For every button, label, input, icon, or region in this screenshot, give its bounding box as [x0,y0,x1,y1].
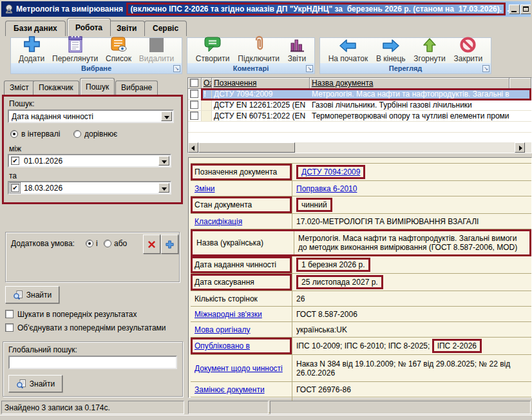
column-header-mark[interactable]: Озн [202,78,212,89]
annotation-box-value: ДСТУ 7094:2009 [296,165,365,179]
column-header-code[interactable]: Позначення [212,78,310,89]
details-row: Мова оригіналу українська:UK [191,322,531,338]
additional-condition-group: Додаткова умова: і або [5,232,180,282]
collapse-button[interactable]: Згорнути [413,33,446,63]
search-field-combobox[interactable]: Дата надання чинності [8,110,174,123]
details-value: 1 березня 2026 р. [301,260,365,269]
row-checkbox[interactable] [190,90,198,98]
select-all-checkbox[interactable] [190,79,198,87]
radio-equals[interactable] [73,130,81,138]
document-details: Позначення документа ДСТУ 7094:2009 Змін… [188,157,532,398]
left-tab-vybrane[interactable]: Вибране [115,81,158,95]
and-label: та [9,171,17,180]
clear-condition-button[interactable] [143,234,160,254]
row-code: ДСТУ EN 12261:2025 (EN [212,100,310,110]
expander-icon[interactable]: ↘ [306,65,313,72]
details-label-link[interactable]: Документ щодо чинності [195,364,283,373]
dropdown-arrow-icon[interactable] [158,156,169,166]
status-bar-left: Знайдено 3 записи за 0.174с. [1,401,184,414]
minimize-button[interactable] [509,5,520,14]
global-find-button[interactable]: Знайти [8,375,62,392]
date-from-checkbox[interactable]: ✔ [11,157,19,165]
additional-condition-label: Додаткова умова: [11,239,75,248]
header-checkbox-cell[interactable] [188,78,202,89]
merge-previous-checkbox[interactable] [5,323,14,332]
radio-interval[interactable] [10,130,18,138]
search-previous-label: Шукати в попередніх результатах [17,310,137,319]
dropdown-arrow-icon[interactable] [161,111,172,121]
date-to-value: 18.03.2026 [24,184,157,193]
row-checkbox[interactable] [190,100,198,109]
create-comment-button[interactable]: Створити [196,33,230,63]
details-label-link[interactable]: Міжнародні зв'язки [195,310,262,319]
table-row[interactable]: ! ДСТУ 7094:2009 Метрологія. Маса нафти … [188,89,531,100]
details-row: Зміни Поправка 6-2010 [191,181,531,196]
scroll-right-icon[interactable] [515,142,525,153]
row-checkbox[interactable] [190,111,198,120]
h-scrollbar[interactable] [188,142,531,153]
row-name: Метрологія. Маса нафти та нафтопродуктів… [310,89,509,99]
document-code-link[interactable]: ДСТУ 7094:2009 [301,167,360,177]
delete-button[interactable]: Видалити [139,33,174,63]
date-to-combobox[interactable]: ✔ 18.03.2026 [8,181,171,195]
radio-or[interactable] [104,240,111,247]
table-row[interactable]: ДСТУ EN 60751:2022 (EN Термоперетворювач… [188,111,531,122]
details-row: Документ щодо чинності Наказ N 384 від 1… [191,355,531,382]
expander-icon[interactable]: ↘ [173,65,180,72]
find-icon [16,379,26,389]
column-header-name[interactable]: Назва документа [310,78,509,89]
find-button[interactable]: Знайти [5,286,59,303]
group-caption-perehliad: Перегляд [320,63,491,73]
details-label-link[interactable]: Мова оригіналу [195,325,250,334]
radio-equals-label: дорівнює [84,129,117,138]
annotation-box-value: 1 березня 2026 р. [296,258,370,272]
date-to-checkbox[interactable]: ✔ [11,184,19,192]
annotation-box-search: Пошук: Дата надання чинності в інтервалі… [2,95,183,204]
global-search-input[interactable] [8,356,177,369]
global-search-group: Глобальний пошук: Знайти [3,341,183,397]
list-button[interactable]: Список [106,33,131,63]
tab-robota[interactable]: Робота [67,18,111,36]
reports-button[interactable]: Звіти [288,33,307,63]
details-row: Опубліковано в ІПС 10-2009; ІПС 6-2010; … [191,338,531,355]
details-value: 25 листопада 2027 р. [301,278,378,287]
notepad-icon [67,33,84,53]
scrollbar-thumb[interactable] [198,142,295,153]
clear-x-icon [147,240,157,249]
details-label-link[interactable]: Опубліковано в [195,341,250,350]
details-label-link[interactable]: Замінює документи [195,385,265,394]
status-bar-middle [188,401,269,414]
expander-icon[interactable]: ↘ [482,65,489,72]
to-end-button[interactable]: В кінець [376,33,406,63]
view-button[interactable]: Переглянути [52,33,98,63]
details-label-link[interactable]: Класифікація [195,217,242,226]
details-label-link[interactable]: Зміни [195,184,215,193]
details-value-link[interactable]: Поправка 6-2010 [296,184,357,193]
left-tab-poshuk[interactable]: Пошук [80,78,115,95]
add-condition-icon [165,240,175,249]
close-db-button[interactable]: Закрити [454,33,483,63]
date-from-combobox[interactable]: ✔ 01.01.2026 [8,154,171,167]
date-from-value: 01.01.2026 [24,157,157,166]
maximize-button[interactable] [520,5,531,14]
scroll-left-icon[interactable] [188,142,198,153]
left-tab-zmist[interactable]: Зміст [4,81,35,95]
delete-button-label: Видалити [139,54,174,63]
left-tab-pokazhchyk[interactable]: Покажчик [33,81,79,95]
dropdown-arrow-icon[interactable] [158,183,169,193]
details-label: Кількість сторінок [191,291,292,306]
speech-bubble-icon [203,33,222,53]
attach-button[interactable]: Підключити [238,33,280,63]
exclamation-icon: ! [202,89,212,99]
details-value: 26 [292,291,531,306]
add-button[interactable]: Додати [19,33,44,63]
details-value: ГОСТ 26976-86 [292,382,531,397]
add-button-label: Додати [19,54,44,63]
details-row: Назва (українська) Метрологія. Маса нафт… [191,229,531,256]
radio-and[interactable] [86,240,93,247]
table-row[interactable]: ДСТУ EN 12261:2025 (EN Газові лічильники… [188,100,531,111]
to-start-button[interactable]: На початок [328,33,368,63]
search-previous-checkbox[interactable] [5,310,14,318]
add-condition-button[interactable] [161,234,178,254]
group-caption-vybrane: Вибране [11,63,182,73]
